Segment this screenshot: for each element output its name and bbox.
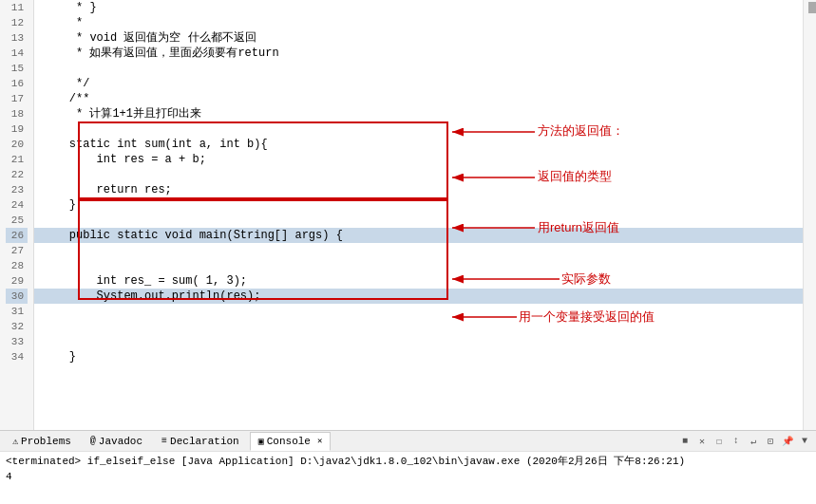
line-number: 23 — [6, 182, 28, 197]
line-number: 17 — [6, 91, 28, 106]
code-line[interactable]: return res; — [34, 182, 803, 197]
action-clear-btn[interactable]: ☐ — [712, 434, 727, 449]
line-number: 32 — [6, 319, 28, 334]
action-menu-btn[interactable]: ▼ — [797, 434, 812, 449]
bottom-tab-bar: ⚠ Problems @ Javadoc ≡ Declaration ▣ Con… — [0, 430, 816, 451]
line-number: 15 — [6, 61, 28, 76]
tab-problems-label: Problems — [21, 436, 71, 447]
scrollbar-right[interactable] — [803, 0, 816, 430]
code-content[interactable]: * } * * void 返回值为空 什么都不返回 * 如果有返回值，里面必须要… — [34, 0, 803, 430]
console-line-1: <terminated> if_elseif_else [Java Applic… — [6, 454, 810, 469]
line-number: 18 — [6, 106, 28, 121]
code-line[interactable]: } — [34, 197, 803, 213]
code-line[interactable]: * — [34, 15, 803, 30]
line-number: 25 — [6, 213, 28, 228]
code-line[interactable]: * 计算1+1并且打印出来 — [34, 106, 803, 121]
action-pin-btn[interactable]: 📌 — [780, 434, 795, 449]
code-line[interactable]: * 如果有返回值，里面必须要有return — [34, 46, 803, 61]
tab-declaration[interactable]: ≡ Declaration — [153, 432, 248, 451]
line-number: 13 — [6, 30, 28, 46]
line-number: 33 — [6, 334, 28, 349]
action-stop-btn[interactable]: ■ — [677, 434, 693, 449]
code-line[interactable] — [34, 121, 803, 137]
tab-javadoc-label: Javadoc — [99, 436, 142, 447]
action-open-console-btn[interactable]: ⊡ — [763, 434, 778, 449]
line-number: 20 — [6, 137, 28, 152]
code-line[interactable] — [34, 61, 803, 76]
action-word-wrap-btn[interactable]: ↵ — [746, 434, 761, 449]
line-number: 11 — [6, 0, 28, 15]
code-line[interactable] — [34, 258, 803, 273]
code-line[interactable]: public static void main(String[] args) { — [34, 228, 803, 243]
scrollbar-indicator — [808, 2, 816, 13]
line-number: 21 — [6, 152, 28, 167]
code-line[interactable]: /** — [34, 91, 803, 106]
line-number: 29 — [6, 273, 28, 289]
console-line-2: 4 — [6, 469, 810, 484]
problems-icon: ⚠ — [12, 436, 18, 447]
line-number: 30 — [6, 289, 28, 304]
line-number: 22 — [6, 167, 28, 182]
tab-javadoc[interactable]: @ Javadoc — [82, 432, 151, 451]
code-editor: 1112131415161718192021222324252627282930… — [0, 0, 816, 430]
line-number: 31 — [6, 304, 28, 319]
tab-close-icon[interactable]: ✕ — [317, 436, 322, 446]
action-scroll-lock-btn[interactable]: ↕ — [729, 434, 744, 449]
line-number: 24 — [6, 197, 28, 213]
action-remove-btn[interactable]: ✕ — [694, 434, 710, 449]
code-line[interactable]: * } — [34, 0, 803, 15]
code-line[interactable]: */ — [34, 76, 803, 91]
javadoc-icon: @ — [90, 436, 96, 446]
code-line[interactable] — [34, 334, 803, 349]
tab-console-label: Console — [267, 436, 311, 447]
code-line[interactable] — [34, 213, 803, 228]
code-line[interactable] — [34, 167, 803, 182]
code-line[interactable]: int res_ = sum( 1, 3); — [34, 273, 803, 289]
line-number: 26 — [6, 228, 28, 243]
line-number: 27 — [6, 243, 28, 258]
line-number: 28 — [6, 258, 28, 273]
code-line[interactable] — [34, 243, 803, 258]
line-number: 14 — [6, 46, 28, 61]
code-line[interactable] — [34, 304, 803, 319]
console-output: <terminated> if_elseif_else [Java Applic… — [0, 451, 816, 504]
tab-declaration-label: Declaration — [170, 436, 239, 447]
code-line[interactable]: System.out.println(res); — [34, 289, 803, 304]
line-number: 34 — [6, 349, 28, 364]
code-line[interactable] — [34, 319, 803, 334]
code-line[interactable]: * void 返回值为空 什么都不返回 — [34, 30, 803, 46]
code-line[interactable]: int res = a + b; — [34, 152, 803, 167]
tab-console[interactable]: ▣ Console ✕ — [250, 432, 332, 451]
line-number: 12 — [6, 15, 28, 30]
tab-problems[interactable]: ⚠ Problems — [4, 432, 80, 451]
line-number: 16 — [6, 76, 28, 91]
code-line[interactable]: } — [34, 349, 803, 364]
code-line[interactable]: static int sum(int a, int b){ — [34, 137, 803, 152]
line-number: 19 — [6, 121, 28, 137]
console-icon: ▣ — [258, 436, 264, 447]
line-numbers: 1112131415161718192021222324252627282930… — [0, 0, 34, 430]
tab-actions-group: ■ ✕ ☐ ↕ ↵ ⊡ 📌 ▼ — [677, 434, 812, 449]
declaration-icon: ≡ — [161, 436, 167, 446]
